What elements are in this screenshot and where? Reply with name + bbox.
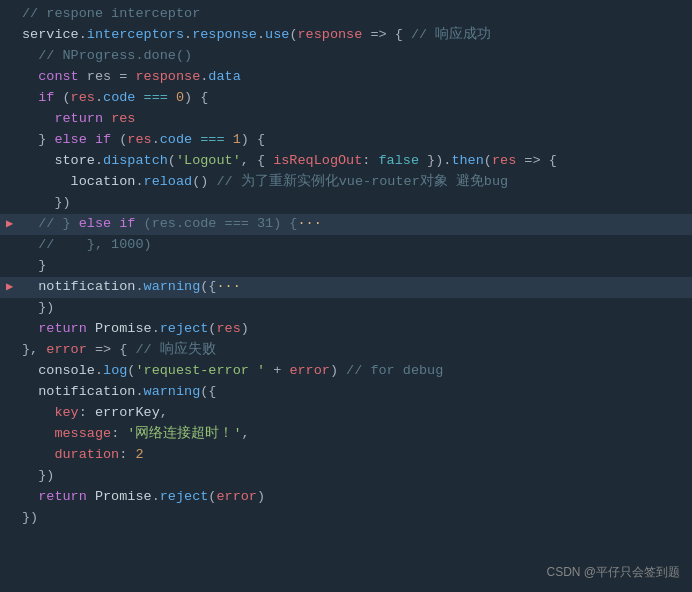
code-line-17: }, error => { // 响应失败	[0, 340, 692, 361]
arrow-icon: ▶	[6, 215, 13, 234]
code-line-7: } else if (res.code === 1) {	[0, 130, 692, 151]
line-text: // respone interceptor	[22, 4, 200, 25]
code-line-4: const res = response.data	[0, 67, 692, 88]
code-line-11: ▶ // } else if (res.code === 31) {···	[0, 214, 692, 235]
code-editor: // respone interceptor service.intercept…	[0, 0, 692, 592]
code-line-10: })	[0, 193, 692, 214]
code-line-5: if (res.code === 0) {	[0, 88, 692, 109]
code-line-18: console.log('request-error ' + error) //…	[0, 361, 692, 382]
code-line-8: store.dispatch('Logout', { isReqLogOut: …	[0, 151, 692, 172]
code-line-9: location.reload() // 为了重新实例化vue-router对象…	[0, 172, 692, 193]
code-line-14: ▶ notification.warning({···	[0, 277, 692, 298]
code-line-12: // }, 1000)	[0, 235, 692, 256]
arrow-icon-2: ▶	[6, 278, 13, 297]
code-line-25: })	[0, 508, 692, 529]
code-line-24: return Promise.reject(error)	[0, 487, 692, 508]
code-line-13: }	[0, 256, 692, 277]
code-line-15: })	[0, 298, 692, 319]
code-line-20: key: errorKey,	[0, 403, 692, 424]
code-line-2: service.interceptors.response.use(respon…	[0, 25, 692, 46]
watermark: CSDN @平仔只会签到题	[546, 563, 680, 582]
code-line-21: message: '网络连接超时！',	[0, 424, 692, 445]
code-line-23: })	[0, 466, 692, 487]
code-line-6: return res	[0, 109, 692, 130]
code-line-3: // NProgress.done()	[0, 46, 692, 67]
code-line-1: // respone interceptor	[0, 4, 692, 25]
code-line-19: notification.warning({	[0, 382, 692, 403]
code-line-22: duration: 2	[0, 445, 692, 466]
code-line-16: return Promise.reject(res)	[0, 319, 692, 340]
